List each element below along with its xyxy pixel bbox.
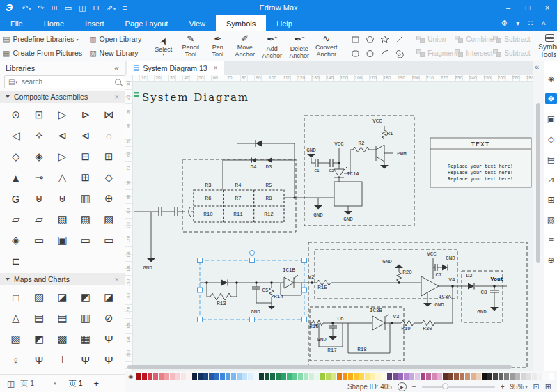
- color-swatch[interactable]: [404, 373, 409, 380]
- color-swatch[interactable]: [192, 373, 197, 380]
- color-swatch[interactable]: [175, 373, 180, 380]
- menu-tab-home[interactable]: Home: [33, 15, 74, 31]
- library-symbol[interactable]: ⊞: [97, 146, 120, 167]
- library-symbol[interactable]: ◩: [27, 329, 50, 350]
- export-button[interactable]: ⇗▾: [107, 3, 116, 13]
- library-symbol[interactable]: ⊙: [4, 104, 27, 125]
- library-symbol[interactable]: ⊎: [51, 188, 74, 209]
- color-swatch[interactable]: [432, 373, 437, 380]
- color-swatch[interactable]: [142, 373, 147, 380]
- ellipse-shape-button[interactable]: [366, 49, 375, 58]
- library-symbol[interactable]: ◇: [97, 167, 120, 188]
- library-symbol[interactable]: ▥: [74, 188, 97, 209]
- subtract-2-button[interactable]: Subtract: [493, 49, 531, 57]
- table-panel-icon[interactable]: ⊞: [545, 194, 557, 205]
- color-swatch[interactable]: [320, 373, 325, 380]
- predefine-libraries-button[interactable]: ▤Predefine Libraries▾: [3, 32, 82, 46]
- color-swatch[interactable]: [242, 373, 247, 380]
- zoom-in-button[interactable]: +: [501, 383, 505, 391]
- library-symbol[interactable]: Ψ: [27, 350, 50, 370]
- library-symbol[interactable]: ▧: [4, 329, 27, 350]
- color-swatch[interactable]: [465, 373, 470, 380]
- library-symbol[interactable]: ▨: [97, 209, 120, 230]
- library-symbol[interactable]: ▭: [27, 230, 50, 251]
- color-swatch[interactable]: [437, 373, 442, 380]
- page-tab-active[interactable]: 页-1: [69, 379, 83, 389]
- library-symbol[interactable]: ▱: [4, 209, 27, 230]
- color-swatch[interactable]: [136, 373, 141, 380]
- expand-panel-icon[interactable]: ⊕: [545, 254, 557, 266]
- color-swatch[interactable]: [220, 373, 225, 380]
- menu-tab-help[interactable]: Help: [266, 15, 303, 31]
- library-symbol[interactable]: ⊟: [74, 146, 97, 167]
- color-swatch[interactable]: [237, 373, 242, 380]
- pencil-tool-button[interactable]: ✎PencilTool: [177, 31, 204, 61]
- library-symbol[interactable]: ▩: [51, 329, 74, 350]
- menu-tab-symbols[interactable]: Symbols: [216, 15, 266, 31]
- library-symbol[interactable]: ◩: [74, 287, 97, 308]
- close-tab-icon[interactable]: ×: [214, 64, 218, 72]
- section-header-1[interactable]: Maps and Charts×: [0, 273, 125, 285]
- color-swatch[interactable]: [187, 373, 191, 380]
- menu-tab-view[interactable]: View: [178, 15, 216, 31]
- color-swatch[interactable]: [309, 373, 314, 380]
- color-swatch[interactable]: [460, 373, 464, 380]
- color-swatch[interactable]: [521, 373, 526, 380]
- fragment-button[interactable]: Fragment: [416, 49, 455, 57]
- library-symbol[interactable]: ⊲: [51, 125, 74, 146]
- convert-anchor-button[interactable]: ∿ConvertAnchor: [313, 31, 340, 61]
- color-swatch[interactable]: [248, 373, 253, 380]
- color-swatch[interactable]: [153, 373, 158, 380]
- select-tool-button[interactable]: ➤Select▾: [150, 31, 177, 61]
- library-symbol[interactable]: ◪: [97, 287, 120, 308]
- color-swatch[interactable]: [298, 373, 303, 380]
- color-swatch[interactable]: [476, 373, 481, 380]
- rounded-rectangle-shape-button[interactable]: [351, 49, 360, 58]
- line-shape-button[interactable]: [395, 35, 404, 44]
- library-symbol[interactable]: ◌: [97, 125, 120, 146]
- color-swatch[interactable]: [365, 373, 370, 380]
- library-symbol[interactable]: △: [4, 308, 27, 329]
- presentation-play-icon[interactable]: ▶: [398, 382, 407, 391]
- page-list-dropdown-icon[interactable]: ▾: [54, 381, 56, 386]
- color-swatch[interactable]: [499, 373, 503, 380]
- library-symbol[interactable]: ▨: [74, 209, 97, 230]
- menu-tab-page-layout[interactable]: Page Layout: [115, 15, 179, 31]
- new-document-button[interactable]: ⊞: [51, 3, 57, 13]
- symbol-library-panel-icon[interactable]: ❖: [545, 93, 557, 104]
- circuit-diagram[interactable]: System DiagramGNDD4D3R3R4R5R6R7R8R10R11R…: [132, 81, 533, 370]
- arc-shape-button[interactable]: [380, 49, 389, 58]
- color-swatch[interactable]: [337, 373, 342, 380]
- color-swatch[interactable]: [543, 373, 548, 380]
- fullscreen-icon[interactable]: ⊡: [533, 382, 540, 391]
- delete-anchor-button[interactable]: ✒−DeleteAnchor: [285, 31, 313, 61]
- color-swatch[interactable]: [443, 373, 448, 380]
- symbol-tools-button[interactable]: Symbol Tools ▾: [538, 31, 557, 61]
- intersect-button[interactable]: Intersect: [455, 49, 493, 57]
- library-symbol[interactable]: ⊍: [27, 188, 50, 209]
- library-symbol[interactable]: ▦: [74, 329, 97, 350]
- color-swatch[interactable]: [487, 373, 492, 380]
- library-symbol[interactable]: ▤: [51, 308, 74, 329]
- horizontal-scrollbar[interactable]: [127, 365, 512, 369]
- theme-color-icon[interactable]: ◈: [128, 373, 134, 380]
- zoom-slider-knob[interactable]: [442, 383, 448, 389]
- color-swatch[interactable]: [393, 373, 398, 380]
- close-icon[interactable]: ×: [115, 275, 119, 283]
- union-button[interactable]: Union: [416, 36, 455, 43]
- menu-tab-file[interactable]: File: [0, 15, 33, 31]
- color-swatch[interactable]: [376, 373, 381, 380]
- library-symbol[interactable]: ⊕: [97, 188, 120, 209]
- collapse-sidebar-icon[interactable]: «: [114, 63, 119, 73]
- color-swatch[interactable]: [482, 373, 487, 380]
- color-swatch[interactable]: [209, 373, 214, 380]
- star-shape-button[interactable]: [380, 35, 389, 44]
- subtract-button[interactable]: Subtract: [493, 36, 531, 43]
- color-swatch[interactable]: [448, 373, 453, 380]
- collapse-ribbon[interactable]: ˄: [542, 19, 546, 27]
- zoom-out-button[interactable]: −: [412, 383, 416, 391]
- new-library-button[interactable]: ▧New Library: [89, 46, 141, 60]
- pen-tool-button[interactable]: ✒PenTool: [204, 31, 231, 61]
- add-page-button[interactable]: +: [94, 378, 100, 389]
- color-swatch[interactable]: [370, 373, 375, 380]
